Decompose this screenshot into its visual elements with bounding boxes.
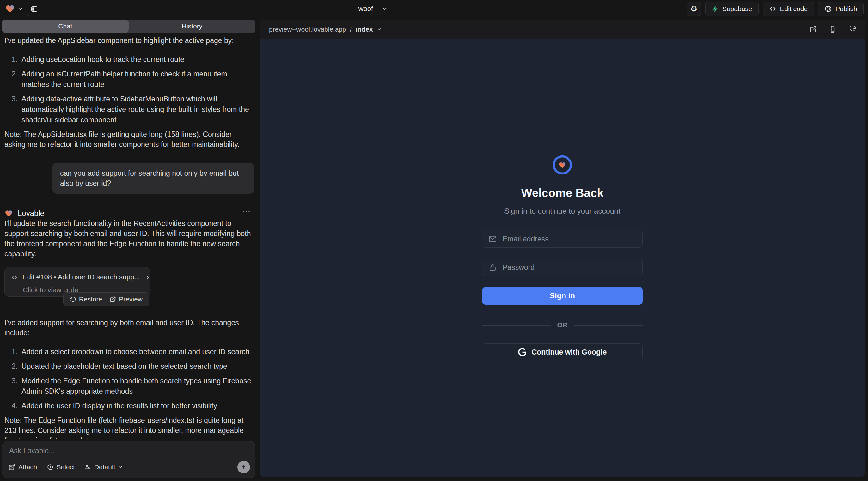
assistant-header: Lovable ⋯ (4, 208, 254, 218)
or-label: OR (557, 321, 568, 329)
send-button[interactable] (238, 461, 250, 473)
assistant-list: Adding useLocation hook to track the cur… (4, 54, 254, 125)
select-label: Select (57, 463, 75, 471)
supabase-label: Supabase (722, 5, 752, 13)
list-item: Added a select dropdown to choose betwee… (20, 347, 254, 357)
or-divider: OR (482, 321, 643, 329)
arrow-up-icon (241, 464, 247, 470)
ellipsis-icon: ⋯ (242, 207, 252, 217)
chat-transcript: I've updated the AppSidebar component to… (4, 35, 254, 439)
path-separator: / (350, 26, 352, 33)
external-link-icon (810, 26, 817, 33)
restore-icon (70, 296, 76, 302)
chat-composer: Attach Select Default (2, 441, 255, 478)
project-switcher[interactable]: woof (335, 0, 411, 18)
mode-label: Default (94, 463, 115, 471)
restore-button[interactable]: Restore (70, 295, 102, 303)
google-label: Continue with Google (532, 348, 607, 356)
list-item: Adding an isCurrentPath helper function … (20, 69, 254, 90)
mobile-view-button[interactable] (829, 26, 836, 33)
edit-card-title: Edit #108 • Add user ID search supp... (23, 272, 140, 282)
project-title: woof (359, 5, 373, 13)
user-message: can you add support for searching not on… (53, 163, 254, 194)
tab-chat[interactable]: Chat (2, 20, 129, 33)
lovable-heart-icon (5, 4, 15, 13)
chat-input[interactable] (9, 447, 248, 460)
attach-label: Attach (18, 463, 37, 471)
login-card: Welcome Back Sign in to continue to your… (482, 155, 643, 361)
panel-layout-icon (31, 5, 38, 13)
chevron-down-icon (118, 464, 123, 470)
list-item: Adding data-active attribute to SidebarM… (20, 94, 254, 125)
preview-label: Preview (119, 295, 143, 303)
preview-button[interactable]: Preview (110, 295, 143, 303)
refresh-icon (848, 26, 856, 33)
chevron-down-icon (382, 6, 388, 12)
assistant-name: Lovable (18, 208, 44, 218)
lovable-project-menu[interactable] (5, 4, 23, 13)
select-target-icon (47, 463, 54, 471)
list-item: Updated the placeholder text based on th… (20, 361, 254, 372)
chevron-down-icon (377, 27, 381, 32)
preview-viewport: Welcome Back Sign in to continue to your… (260, 39, 865, 477)
lock-icon (489, 263, 497, 271)
chevron-down-icon (18, 6, 23, 12)
top-header: woof ⚙ Supabase Edit code Publish (0, 0, 868, 18)
supabase-button[interactable]: Supabase (705, 2, 758, 16)
list-item: Added the user ID display in the results… (20, 401, 254, 411)
smartphone-icon (829, 26, 836, 33)
mode-selector[interactable]: Default (84, 463, 123, 471)
tab-history[interactable]: History (129, 20, 255, 33)
version-actions-toolbar: Restore Preview (63, 292, 149, 306)
login-title: Welcome Back (521, 187, 604, 200)
chevron-right-icon (145, 274, 151, 280)
google-icon (518, 348, 526, 356)
external-link-icon (110, 296, 116, 302)
sign-in-button[interactable]: Sign in (482, 287, 643, 304)
attach-button[interactable]: Attach (8, 463, 37, 471)
preview-page: index (355, 26, 373, 33)
app-logo (552, 155, 572, 175)
supabase-bolt-icon (712, 5, 719, 13)
restore-label: Restore (79, 295, 102, 303)
settings-button[interactable]: ⚙ (687, 2, 701, 16)
select-button[interactable]: Select (47, 463, 75, 471)
list-item: Modified the Edge Function to handle bot… (20, 376, 254, 396)
code-brackets-icon (11, 274, 18, 281)
chat-history-tabs: Chat History (2, 20, 255, 33)
code-brackets-icon (769, 5, 777, 13)
assistant-paragraph: I've updated the AppSidebar component to… (4, 35, 254, 45)
publish-button[interactable]: Publish (818, 2, 864, 16)
edit-code-label: Edit code (780, 5, 808, 13)
assistant-paragraph: I've added support for searching by both… (4, 318, 254, 338)
message-options-button[interactable]: ⋯ (242, 206, 252, 217)
assistant-list: Added a select dropdown to choose betwee… (4, 347, 254, 411)
list-item: Adding useLocation hook to track the cur… (20, 54, 254, 65)
sidebar-toggle-button[interactable] (27, 2, 41, 16)
edit-code-button[interactable]: Edit code (763, 2, 814, 16)
globe-icon (825, 5, 832, 13)
lovable-heart-icon (4, 210, 13, 218)
mail-icon (489, 235, 497, 243)
preview-url-selector[interactable]: preview--woof.lovable.app / index (269, 26, 381, 33)
publish-label: Publish (835, 5, 857, 13)
assistant-note: Note: The Edge Function file (fetch-fire… (4, 415, 254, 439)
attach-image-icon (8, 463, 16, 471)
email-field[interactable] (482, 230, 643, 248)
preview-url: preview--woof.lovable.app (269, 26, 346, 33)
gear-icon: ⚙ (690, 5, 697, 13)
assistant-note: Note: The AppSidebar.tsx file is getting… (4, 129, 254, 150)
refresh-button[interactable] (848, 26, 856, 33)
open-in-new-tab-button[interactable] (810, 26, 817, 33)
password-field[interactable] (482, 258, 643, 276)
login-subtitle: Sign in to continue to your account (504, 207, 620, 216)
google-sign-in-button[interactable]: Continue with Google (482, 343, 643, 361)
sliders-icon (84, 463, 91, 471)
assistant-paragraph: I'll update the search functionality in … (4, 218, 254, 259)
preview-panel: preview--woof.lovable.app / index (260, 20, 865, 477)
preview-toolbar: preview--woof.lovable.app / index (260, 20, 865, 39)
